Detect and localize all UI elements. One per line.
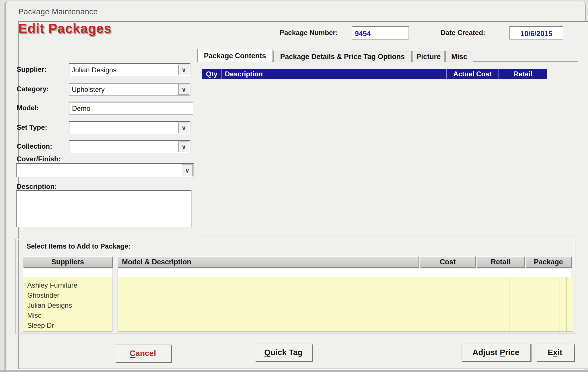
list-divider: [454, 277, 454, 332]
category-dropdown[interactable]: Upholstery ∨: [69, 83, 190, 96]
package-maintenance-app: Package Maintenance Edit Packages Packag…: [0, 0, 588, 372]
cover-finish-dropdown[interactable]: ∨: [16, 163, 194, 177]
tab-package-details[interactable]: Package Details & Price Tag Options: [273, 51, 412, 62]
suppliers-list[interactable]: Ashley Furniture Ghostrider Julian Desig…: [23, 277, 112, 332]
list-item-supplier[interactable]: Julian Designs: [23, 300, 112, 310]
model-value: Demo: [69, 102, 193, 113]
supplier-filter-value: [23, 268, 112, 269]
exit-button-label: x: [553, 348, 558, 357]
cancel-button[interactable]: Cancel: [115, 344, 171, 362]
package-number-field[interactable]: 9454: [352, 26, 409, 40]
retail-column-header-bottom[interactable]: Retail: [477, 256, 524, 267]
supplier-dropdown[interactable]: Julian Designs ∨: [69, 63, 190, 76]
collection-label: Collection:: [17, 142, 52, 150]
category-label: Category:: [17, 85, 49, 93]
model-field[interactable]: Demo: [69, 102, 193, 115]
list-divider: [560, 277, 560, 332]
set-type-dropdown[interactable]: ∨: [69, 121, 190, 134]
description-value: [17, 191, 191, 193]
retail-column-header: Retail: [498, 69, 547, 79]
list-divider: [566, 277, 567, 332]
quick-tag-button-label: Q: [264, 348, 270, 357]
category-value: Upholstery: [69, 84, 178, 95]
adjust-price-button-label: rice: [505, 348, 519, 357]
exit-button-label: it: [558, 348, 562, 357]
supplier-value: Julian Designs: [69, 64, 178, 76]
model-description-column-header[interactable]: Model & Description: [118, 256, 419, 267]
adjust-price-button[interactable]: Adjust Price: [461, 344, 531, 361]
collection-dropdown[interactable]: ∨: [69, 140, 190, 153]
chevron-down-icon[interactable]: ∨: [182, 164, 193, 176]
description-column-header: Description: [221, 69, 446, 79]
date-created-value: 10/6/2015: [510, 30, 563, 38]
package-column-header[interactable]: Package: [525, 256, 571, 267]
cover-finish-value: [17, 164, 181, 177]
set-type-label: Set Type:: [17, 123, 47, 131]
date-created-label: Date Created:: [441, 29, 485, 37]
list-divider: [563, 277, 563, 332]
list-divider: [509, 277, 509, 332]
exit-button[interactable]: Exit: [536, 344, 574, 361]
cover-finish-label: Cover/Finish:: [17, 155, 61, 163]
chevron-down-icon[interactable]: ∨: [178, 84, 189, 95]
supplier-filter-input[interactable]: [23, 268, 112, 277]
tab-misc[interactable]: Misc: [445, 51, 473, 62]
window-title: Package Maintenance: [18, 7, 98, 16]
package-number-label: Package Number:: [280, 29, 338, 37]
list-item-supplier[interactable]: Misc: [23, 310, 112, 320]
items-list-area[interactable]: [118, 277, 573, 332]
actual-cost-column-header: Actual Cost: [446, 69, 498, 79]
list-item-supplier[interactable]: Ghostrider: [23, 290, 112, 300]
supplier-label: Supplier:: [17, 65, 46, 73]
date-created-field[interactable]: 10/6/2015: [509, 26, 563, 40]
package-number-value: 9454: [355, 30, 371, 38]
select-items-title: Select Items to Add to Package:: [26, 242, 131, 250]
exit-button-label: E: [548, 348, 553, 357]
cost-column-header[interactable]: Cost: [420, 256, 476, 267]
list-item-supplier[interactable]: Sleep Dr: [23, 320, 112, 330]
tab-picture[interactable]: Picture: [412, 51, 445, 62]
cancel-button-label: ancel: [135, 349, 156, 358]
model-filter-value: [118, 268, 571, 269]
model-label: Model:: [17, 104, 39, 112]
contents-table-header: Qty Description Actual Cost Retail: [202, 69, 547, 79]
suppliers-column-header[interactable]: Suppliers: [23, 256, 112, 267]
tab-package-contents[interactable]: Package Contents: [197, 49, 272, 62]
quick-tag-button[interactable]: Quick Tag: [255, 344, 312, 361]
page-title: Edit Packages: [18, 21, 112, 36]
adjust-price-button-label: Adjust: [472, 348, 500, 357]
qty-column-header: Qty: [202, 69, 221, 79]
window-bottom-edge: [0, 370, 588, 372]
collection-value: [69, 141, 178, 153]
model-filter-input[interactable]: [118, 268, 571, 277]
list-item-supplier[interactable]: Ashley Furniture: [23, 280, 112, 290]
quick-tag-button-label: uick Tag: [270, 348, 303, 357]
chevron-down-icon[interactable]: ∨: [178, 65, 189, 75]
chevron-down-icon[interactable]: ∨: [178, 123, 189, 133]
chevron-down-icon[interactable]: ∨: [178, 142, 189, 152]
description-field[interactable]: [16, 190, 192, 227]
package-contents-panel: [197, 61, 578, 235]
adjust-price-button-label: P: [500, 348, 505, 357]
set-type-value: [69, 122, 178, 134]
description-label: Description:: [17, 183, 57, 191]
cancel-button-label: C: [130, 349, 135, 358]
